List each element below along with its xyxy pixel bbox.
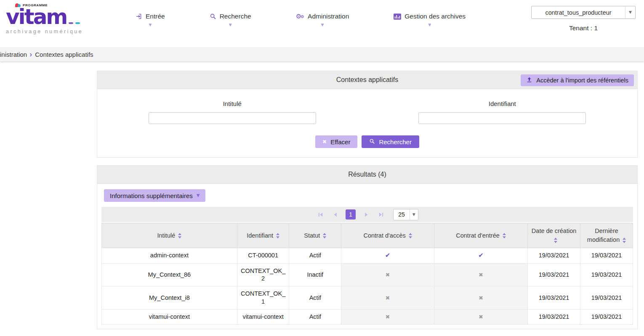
nav-label: Entrée (146, 13, 165, 20)
search-panel-header: Contextes applicatifs Accèder à l'import… (97, 71, 637, 89)
page-size-chevron[interactable]: ▼ (410, 209, 418, 220)
results-table: IntituléIdentifiantStatutContrat d'accès… (101, 223, 633, 325)
cell-contrat-entree: ✖ (434, 309, 527, 324)
cell-date-modification: 19/03/2021 (580, 286, 633, 310)
table-row[interactable]: admin-contextCT-000001Actif✔✔19/03/20211… (102, 248, 633, 264)
breadcrumb-current: Contextes applicatifs (35, 51, 93, 58)
search-button-label: Rechercher (379, 138, 412, 146)
column-header-5[interactable]: Date de création (528, 223, 580, 248)
sort-icon[interactable] (554, 238, 557, 243)
column-label: Contrat d'entrée (456, 232, 500, 239)
cross-icon: ✖ (386, 272, 390, 278)
column-header-0[interactable]: Intitulé (102, 223, 237, 248)
search-button-icon (369, 138, 375, 146)
nav-item-gestion-archives[interactable]: Gestion des archives ▼ (394, 13, 466, 27)
intitule-input[interactable] (149, 112, 316, 124)
search-button[interactable]: Rechercher (362, 135, 419, 148)
column-label: Date de création (532, 228, 576, 234)
table-row[interactable]: vitamui-contextvitamui-contextActif✖✖19/… (102, 309, 633, 324)
column-header-1[interactable]: Identifiant (237, 223, 289, 248)
cell-identifiant: CONTEXT_OK_1 (237, 286, 289, 310)
extra-info-label: Informations supplémentaires (110, 192, 193, 199)
cell-contrat-entree: ✖ (434, 286, 527, 310)
access-contract-value: contrat_tous_producteur (532, 6, 625, 19)
cell-intitule: vitamui-context (102, 309, 237, 324)
nav-item-entree[interactable]: Entrée ▼ (136, 13, 165, 27)
page-size-value: 25 (394, 209, 410, 220)
sort-icon[interactable] (409, 233, 412, 238)
cell-contrat-acces: ✖ (341, 309, 434, 324)
column-label: Intitulé (157, 232, 176, 239)
results-table-header-row: IntituléIdentifiantStatutContrat d'accès… (102, 223, 633, 248)
page-size-select[interactable]: 25 ▼ (393, 209, 418, 220)
page-title: Contextes applicatifs (336, 76, 399, 84)
cell-date-modification: 19/03/2021 (580, 263, 633, 286)
search-icon (210, 13, 216, 20)
vitam-logo[interactable]: PROGRAMME vitam archivage numérique (6, 1, 120, 34)
clear-x-icon: ✖ (322, 139, 327, 145)
sort-icon[interactable] (276, 233, 279, 238)
import-button-label: Accèder à l'import des référentiels (536, 77, 628, 84)
upload-icon (526, 77, 532, 84)
cell-date-creation: 19/03/2021 (528, 286, 580, 310)
header-context-block: contrat_tous_producteur ▼ Tenant : 1 (531, 6, 636, 32)
cell-statut: Actif (289, 286, 341, 310)
breadcrumb-separator-icon: › (29, 50, 32, 58)
nav-item-recherche[interactable]: Recherche ▼ (210, 13, 251, 27)
main-content: Contextes applicatifs Accèder à l'import… (97, 71, 638, 329)
column-header-6[interactable]: Dernière modification (580, 223, 633, 248)
cell-statut: Inactif (289, 263, 341, 286)
cell-contrat-acces: ✖ (341, 263, 434, 286)
last-page-button[interactable] (377, 210, 385, 219)
breadcrumb-parent[interactable]: inistration (0, 51, 27, 58)
cell-contrat-acces: ✖ (341, 286, 434, 310)
check-icon: ✔ (478, 251, 484, 259)
archives-chart-icon (394, 13, 401, 20)
column-header-4[interactable]: Contrat d'entrée (434, 223, 527, 248)
sort-icon[interactable] (178, 233, 181, 238)
cell-date-creation: 19/03/2021 (528, 248, 580, 264)
column-header-3[interactable]: Contrat d'accès (341, 223, 434, 248)
cell-date-creation: 19/03/2021 (528, 263, 580, 286)
import-referentiels-button[interactable]: Accèder à l'import des référentiels (521, 74, 634, 86)
tenant-label: Tenant : 1 (531, 24, 636, 32)
identifiant-input[interactable] (418, 112, 586, 124)
pagination-bar: 1 25 ▼ (101, 207, 633, 222)
first-page-button[interactable] (316, 210, 325, 219)
column-label: Dernière modification (587, 228, 620, 243)
table-row[interactable]: My_Context_86CONTEXT_OK_2Inactif✖✖19/03/… (102, 263, 633, 286)
sort-icon[interactable] (323, 233, 326, 238)
logo-subtitle: archivage numérique (6, 29, 120, 34)
chevron-down-icon: ▼ (428, 23, 431, 27)
column-label: Contrat d'accès (363, 232, 405, 239)
cross-icon: ✖ (479, 272, 483, 278)
cell-date-modification: 19/03/2021 (580, 248, 633, 264)
sort-icon[interactable] (623, 238, 626, 243)
search-form: Intitulé Identifiant ✖ Effacer Rech (97, 89, 637, 157)
clear-button[interactable]: ✖ Effacer (315, 135, 357, 148)
cell-identifiant: CONTEXT_OK_2 (237, 263, 289, 286)
results-panel: Résultats (4) Informations supplémentair… (97, 165, 638, 329)
access-contract-select[interactable]: contrat_tous_producteur ▼ (531, 6, 636, 19)
previous-page-button[interactable] (331, 210, 339, 219)
extra-info-button[interactable]: Informations supplémentaires ▼ (104, 189, 205, 202)
select-chevron[interactable]: ▼ (625, 6, 635, 19)
check-icon: ✔ (385, 251, 391, 259)
cross-icon: ✖ (479, 314, 483, 320)
chevron-down-icon: ▼ (149, 23, 152, 27)
current-page-button[interactable]: 1 (346, 209, 356, 220)
cross-icon: ✖ (479, 295, 483, 301)
search-panel: Contextes applicatifs Accèder à l'import… (97, 71, 638, 158)
sort-icon[interactable] (503, 233, 506, 238)
chevron-down-icon: ▼ (229, 23, 232, 27)
logo-wordmark: vitam (6, 7, 120, 27)
chevron-down-icon: ▼ (412, 213, 415, 217)
nav-item-administration[interactable]: ⚙⚙ Administration ▼ (296, 13, 349, 27)
next-page-button[interactable] (362, 210, 370, 219)
column-header-2[interactable]: Statut (289, 223, 341, 248)
cell-date-creation: 19/03/2021 (528, 309, 580, 324)
results-table-body: admin-contextCT-000001Actif✔✔19/03/20211… (102, 248, 633, 325)
table-row[interactable]: My_Context_i8CONTEXT_OK_1Actif✖✖19/03/20… (102, 286, 633, 310)
cross-icon: ✖ (386, 295, 390, 301)
results-title: Résultats (4) (348, 171, 386, 178)
